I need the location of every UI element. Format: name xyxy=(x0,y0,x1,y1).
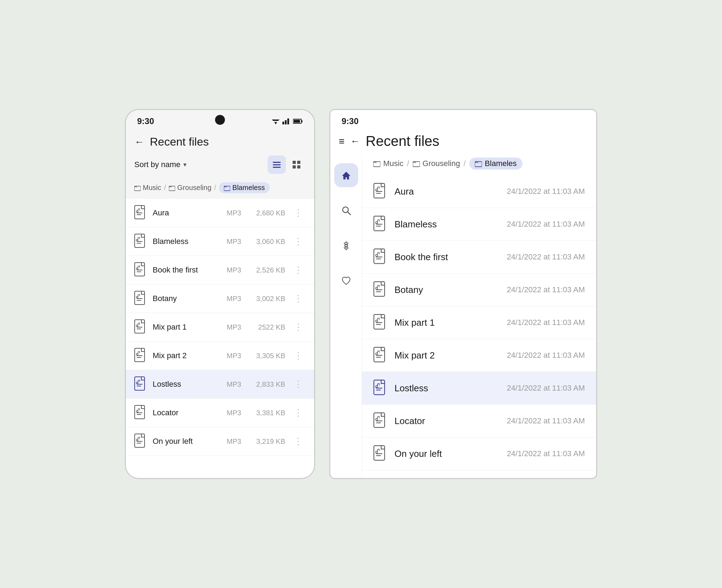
list-item[interactable]: Aura 24/1/2022 at 11:03 AM xyxy=(362,175,596,208)
list-item[interactable]: Mix part 2 MP3 3,305 KB ⋮ xyxy=(126,342,314,370)
file-name: Mix part 2 xyxy=(153,351,221,360)
list-item[interactable]: Lostless MP3 2,833 KB ⋮ xyxy=(126,370,314,399)
svg-point-121 xyxy=(375,320,377,322)
list-item[interactable]: Mix part 2 24/1/2022 at 11:03 AM xyxy=(362,339,596,372)
svg-point-149 xyxy=(375,451,377,453)
list-item[interactable]: Blameless 24/1/2022 at 11:03 AM xyxy=(362,208,596,241)
file-size: 3,305 KB xyxy=(250,352,285,360)
list-item[interactable]: Botany MP3 3,002 KB ⋮ xyxy=(126,284,314,313)
file-name: Locator xyxy=(394,416,500,427)
svg-point-79 xyxy=(136,439,138,441)
grid-icon xyxy=(293,161,300,169)
list-item[interactable]: On your left MP3 3,219 KB ⋮ xyxy=(126,427,314,456)
file-name: Mix part 1 xyxy=(153,323,221,332)
more-options-icon[interactable]: ⋮ xyxy=(291,435,306,448)
svg-point-86 xyxy=(345,244,348,247)
list-item[interactable]: Blameless MP3 3,060 KB ⋮ xyxy=(126,227,314,256)
tablet-breadcrumb: Music / Grouseling / Blameles xyxy=(362,155,596,175)
list-item[interactable]: On your left 24/1/2022 at 11:03 AM xyxy=(362,437,596,470)
more-options-icon[interactable]: ⋮ xyxy=(291,292,306,306)
svg-point-142 xyxy=(375,418,377,420)
file-icon xyxy=(373,281,387,298)
more-options-icon[interactable]: ⋮ xyxy=(291,406,306,420)
menu-icon[interactable]: ≡ xyxy=(339,136,344,147)
folder-icon xyxy=(134,185,141,191)
list-item[interactable]: Locator MP3 3,381 KB ⋮ xyxy=(126,399,314,427)
nav-search[interactable] xyxy=(334,198,358,222)
svg-rect-9 xyxy=(294,120,300,123)
svg-rect-48 xyxy=(135,320,145,333)
list-item[interactable]: Book the first 24/1/2022 at 11:03 AM xyxy=(362,241,596,274)
list-view-button[interactable] xyxy=(268,155,286,174)
svg-point-65 xyxy=(136,382,138,384)
list-item[interactable]: Botany 24/1/2022 at 11:03 AM xyxy=(362,274,596,306)
svg-rect-90 xyxy=(374,183,385,198)
file-size: 3,381 KB xyxy=(250,409,285,417)
file-name: Mix part 2 xyxy=(394,350,500,361)
more-options-icon[interactable]: ⋮ xyxy=(291,349,306,363)
svg-point-3 xyxy=(275,123,276,124)
more-options-icon[interactable]: ⋮ xyxy=(291,263,306,277)
tablet-file-list: Aura 24/1/2022 at 11:03 AM Blameless 24/… xyxy=(362,175,596,478)
svg-rect-5 xyxy=(285,120,287,124)
file-name: Blameless xyxy=(394,219,500,230)
nav-favorites[interactable] xyxy=(334,269,358,293)
more-options-icon[interactable]: ⋮ xyxy=(291,206,306,220)
tablet-breadcrumb-grouseling[interactable]: Grouseling xyxy=(413,159,460,168)
file-icon xyxy=(373,249,387,265)
svg-rect-14 xyxy=(297,161,300,164)
list-item[interactable]: Locator 24/1/2022 at 11:03 AM xyxy=(362,405,596,437)
folder-icon xyxy=(373,160,380,167)
breadcrumb-music-label: Music xyxy=(143,184,161,192)
phone-status-icons xyxy=(272,118,303,124)
folder-icon xyxy=(224,185,230,191)
more-options-icon[interactable]: ⋮ xyxy=(291,235,306,249)
breadcrumb-blameless[interactable]: Blameless xyxy=(219,182,270,193)
file-name: Mix part 1 xyxy=(394,317,500,328)
folder-icon xyxy=(475,160,482,167)
svg-rect-6 xyxy=(287,118,289,124)
file-name: Lostless xyxy=(394,383,500,394)
back-button[interactable]: ← xyxy=(134,136,144,148)
file-icon xyxy=(373,183,387,200)
svg-rect-125 xyxy=(374,347,385,362)
list-item[interactable]: Mix part 1 MP3 2522 KB ⋮ xyxy=(126,313,314,342)
file-date: 24/1/2022 at 11:03 AM xyxy=(507,285,585,294)
file-name: On your left xyxy=(394,448,500,459)
svg-rect-146 xyxy=(374,446,385,460)
list-item[interactable]: Book the first MP3 2,526 KB ⋮ xyxy=(126,256,314,284)
file-icon xyxy=(373,445,387,462)
tablet-status-time: 9:30 xyxy=(342,116,359,126)
svg-rect-12 xyxy=(273,167,281,168)
list-item[interactable]: Mix part 1 24/1/2022 at 11:03 AM xyxy=(362,306,596,339)
more-options-icon[interactable]: ⋮ xyxy=(291,320,306,334)
grid-view-button[interactable] xyxy=(287,155,306,174)
breadcrumb-grouseling[interactable]: Grouseling xyxy=(169,184,212,192)
tablet-body: Music / Grouseling / Blameles xyxy=(330,155,596,478)
sort-button[interactable]: Sort by name ▾ xyxy=(134,160,186,169)
file-type: MP3 xyxy=(227,266,244,274)
svg-rect-34 xyxy=(135,263,145,276)
svg-rect-16 xyxy=(297,165,300,169)
more-options-icon[interactable]: ⋮ xyxy=(291,378,306,391)
breadcrumb-grouseling-label: Grouseling xyxy=(177,184,212,192)
file-size: 2,526 KB xyxy=(250,266,285,274)
svg-point-114 xyxy=(375,287,377,289)
breadcrumb-music[interactable]: Music xyxy=(134,184,161,192)
nav-settings[interactable] xyxy=(334,234,358,258)
file-size: 3,060 KB xyxy=(250,238,285,246)
svg-rect-104 xyxy=(374,249,385,263)
nav-home[interactable] xyxy=(334,163,358,187)
file-name: Botany xyxy=(394,284,500,295)
svg-rect-27 xyxy=(135,234,145,247)
sort-label: Sort by name xyxy=(134,160,180,169)
svg-point-30 xyxy=(136,239,138,241)
svg-rect-4 xyxy=(282,122,284,124)
tablet-breadcrumb-blameless[interactable]: Blameles xyxy=(469,158,522,170)
list-item[interactable]: Aura MP3 2,680 KB ⋮ xyxy=(126,199,314,227)
tablet-back-button[interactable]: ← xyxy=(350,136,360,147)
svg-rect-41 xyxy=(135,291,145,305)
tablet-breadcrumb-music[interactable]: Music xyxy=(373,159,403,168)
svg-rect-139 xyxy=(374,413,385,427)
list-item[interactable]: Lostless 24/1/2022 at 11:03 AM xyxy=(362,372,596,405)
